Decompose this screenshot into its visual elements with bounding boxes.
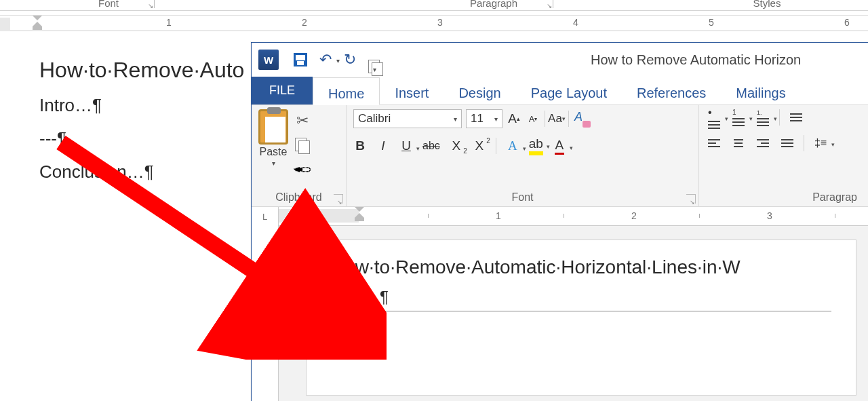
font-name-value: Calibri [358,112,391,126]
bold-button[interactable]: B [353,138,367,153]
fw-page[interactable]: How·to·Remove·Automatic·Horizontal·Lines… [306,240,856,396]
copy-button[interactable] [295,138,310,153]
window-title: How to Remove Automatic Horizon [591,52,801,68]
italic-button[interactable]: I [376,138,390,153]
paste-label: Paste [260,146,288,158]
decrease-indent-button[interactable] [788,109,804,126]
underline-button[interactable]: U [399,138,413,153]
bg-ribbon-group-labels: Font Paragraph Styles [0,0,868,11]
paste-icon [258,109,288,145]
redo-button[interactable]: ↻ [344,51,356,69]
cut-button[interactable]: ✂ [296,112,309,130]
bg-ruler-num-6: 6 [844,17,850,28]
bg-ruler-num-5: 5 [709,17,714,28]
font-size-combo[interactable]: 11 ▾ [466,109,502,128]
fw-ruler-num-1: 1 [496,210,501,221]
bg-ruler-num-4: 4 [573,17,578,28]
group-font: Calibri ▾ 11 ▾ A▴ A▾ Aa▾ B I [347,105,699,206]
fw-horizontal-ruler[interactable]: L 1 2 3 [252,207,868,226]
fw-ruler-num-3: 3 [767,210,772,221]
titlebar: W ↶ ↻ How to Remove Automatic Horizon [252,43,868,77]
fw-auto-horizontal-line [331,311,831,311]
bg-font-launcher-icon[interactable] [142,0,155,8]
multilevel-list-button[interactable] [755,109,771,126]
tab-file[interactable]: FILE [252,77,313,104]
superscript-button[interactable]: X2 [473,138,486,153]
fw-doc-title: How·to·Remove·Automatic·Horizontal·Lines… [331,256,831,278]
group-paragraph-label: Paragrap [706,191,861,204]
numbering-button[interactable] [730,109,747,126]
bg-ruler-num-3: 3 [437,17,443,28]
font-launcher-icon[interactable] [686,194,696,204]
group-font-label: Font [353,191,692,204]
tab-selector[interactable]: L [252,207,279,226]
bg-group-styles-label: Styles [736,0,797,10]
fw-ruler-num-2: 2 [631,210,637,221]
bg-group-paragraph-label: Paragraph [446,0,541,10]
group-clipboard: Paste ▾ ✂ 🖌 Clipboard [252,105,347,206]
format-painter-button[interactable]: 🖌 [291,158,314,181]
paste-options-icon[interactable] [301,300,315,312]
tab-design[interactable]: Design [443,77,515,104]
clipboard-launcher-icon[interactable] [334,194,343,204]
group-paragraph: ‡≡ Paragrap [699,105,868,206]
fw-document-viewport: How·to·Remove·Automatic·Horizontal·Lines… [252,226,868,401]
save-icon [294,53,307,66]
strikethrough-button[interactable]: abc [422,140,440,152]
fw-doc-intro: Intro…¶ [331,288,831,307]
text-effects-button[interactable]: A [506,138,519,153]
bg-paragraph-launcher-icon[interactable] [541,0,553,8]
group-clipboard-label: Clipboard [258,191,339,204]
quick-access-toolbar: ↶ ↻ [294,51,368,69]
tab-mailings[interactable]: Mailings [721,77,800,104]
grow-font-button[interactable]: A▴ [507,111,521,127]
font-color-button[interactable]: A [553,138,566,155]
word-logo-icon: W [258,50,279,70]
paste-button[interactable]: Paste ▾ [258,109,288,178]
bg-ruler-num-2: 2 [302,17,307,28]
fw-doc-blank: ¶ [331,321,831,340]
fw-indent-marker[interactable] [355,207,364,221]
align-right-button[interactable] [755,135,771,151]
align-justify-button[interactable] [779,135,795,151]
foreground-word-window: W ↶ ↻ How to Remove Automatic Horizon FI… [251,42,868,401]
highlight-button[interactable]: ab [529,136,543,155]
align-left-button[interactable] [706,135,722,151]
tab-home[interactable]: Home [313,77,380,105]
fw-vertical-ruler[interactable] [252,226,279,401]
bg-horizontal-ruler[interactable]: 1 2 3 4 5 6 [0,15,868,31]
subscript-button[interactable]: X2 [450,138,463,153]
save-button[interactable] [294,53,307,66]
undo-button[interactable]: ↶ [319,51,332,69]
clear-formatting-button[interactable] [573,110,591,128]
tab-page-layout[interactable]: Page Layout [516,77,622,104]
align-center-button[interactable] [730,135,747,151]
tab-references[interactable]: References [622,77,721,104]
change-case-button[interactable]: Aa▾ [549,111,564,127]
bg-group-font-label: Font [75,0,142,10]
ribbon-tabs: FILE Home Insert Design Page Layout Refe… [252,77,868,105]
ribbon: Paste ▾ ✂ 🖌 Clipboard Calibri [252,105,868,207]
bg-indent-marker[interactable] [33,16,42,30]
shrink-font-button[interactable]: A▾ [526,111,540,127]
bg-ruler-num-1: 1 [166,17,172,28]
bullets-button[interactable] [706,109,722,126]
tab-insert[interactable]: Insert [380,77,443,104]
font-name-combo[interactable]: Calibri ▾ [353,109,462,128]
line-spacing-button[interactable]: ‡≡ [812,135,829,151]
font-size-value: 11 [471,112,484,126]
